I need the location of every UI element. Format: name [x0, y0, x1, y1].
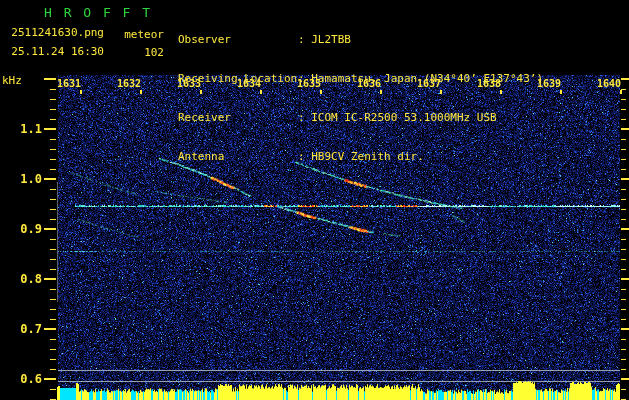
observer-value: JL2TBB — [311, 33, 351, 46]
colon: : — [298, 150, 305, 163]
colon: : — [298, 33, 305, 46]
station-info: Observer: JL2TBB Receiving Location: Ham… — [178, 7, 543, 189]
app-title: H R O F F T — [44, 5, 152, 20]
mode-label: meteor — [116, 28, 164, 41]
x-tick-1639: 1639 — [534, 78, 564, 89]
x-tick-1633: 1633 — [174, 78, 204, 89]
x-tick-1631: 1631 — [54, 78, 84, 89]
observer-row: Observer: JL2TBB — [178, 33, 543, 46]
echo-count: 102 — [116, 46, 164, 59]
x-tick-1632: 1632 — [114, 78, 144, 89]
y-tick-0.9: 0.9 — [0, 222, 42, 236]
output-filename: 2511241630.png — [8, 26, 104, 39]
y-tick-0.6: 0.6 — [0, 372, 42, 386]
y-tick-1.0: 1.0 — [0, 172, 42, 186]
y-tick-0.8: 0.8 — [0, 272, 42, 286]
x-tick-1640: 1640 — [594, 78, 624, 89]
observer-label: Observer — [178, 33, 298, 46]
x-tick-1637: 1637 — [414, 78, 444, 89]
x-tick-1634: 1634 — [234, 78, 264, 89]
x-tick-1635: 1635 — [294, 78, 324, 89]
receiver-label: Receiver — [178, 111, 298, 124]
hrofft-window: H R O F F T 2511241630.png meteor 25.11.… — [0, 0, 629, 400]
y-axis-unit: kHz — [2, 74, 22, 87]
colon: : — [298, 111, 305, 124]
antenna-row: Antenna: HB9CV Zenith dir. — [178, 150, 543, 163]
y-tick-1.1: 1.1 — [0, 122, 42, 136]
receiver-row: Receiver: ICOM IC-R2500 53.1000MHz USB — [178, 111, 543, 124]
antenna-value: HB9CV Zenith dir. — [311, 150, 424, 163]
antenna-label: Antenna — [178, 150, 298, 163]
x-tick-1636: 1636 — [354, 78, 384, 89]
x-tick-1638: 1638 — [474, 78, 504, 89]
receiver-value: ICOM IC-R2500 53.1000MHz USB — [311, 111, 496, 124]
timestamp: 25.11.24 16:30 — [8, 45, 104, 58]
y-tick-0.7: 0.7 — [0, 322, 42, 336]
